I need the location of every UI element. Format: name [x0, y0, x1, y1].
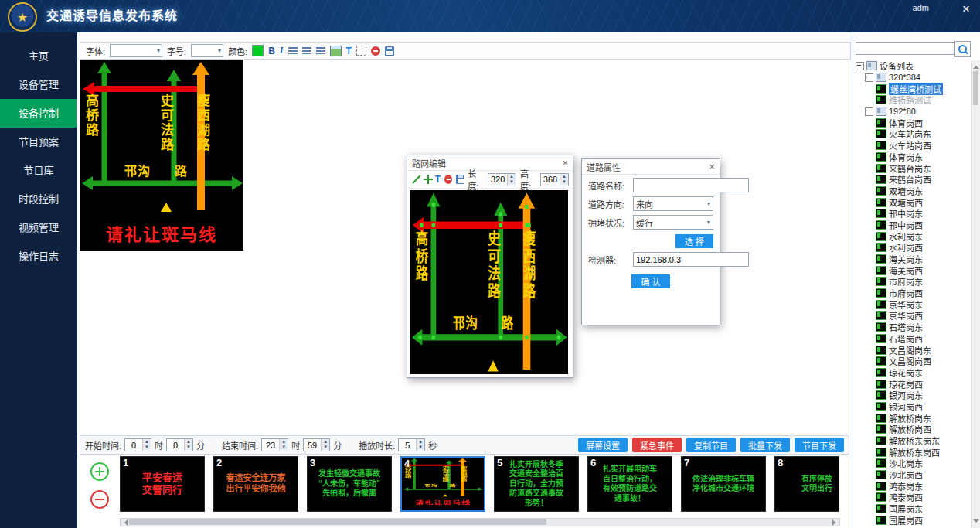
- scroll-up-icon[interactable]: [973, 63, 979, 69]
- end-min-input[interactable]: [304, 439, 321, 451]
- spin-down-icon[interactable]: ▼: [417, 445, 424, 450]
- horizontal-scrollbar[interactable]: [120, 518, 840, 526]
- duration-stepper[interactable]: ▲▼: [398, 438, 425, 451]
- tree-item[interactable]: 双塘岗西: [854, 196, 971, 208]
- program-thumbnail[interactable]: 8 有序停放 文明出行 高桥路 史可法路 瘦西湖路 邗沟 路 请礼让斑马线: [774, 456, 839, 512]
- align-right-icon[interactable]: [316, 47, 325, 54]
- tree-item[interactable]: 螺丝湾桥测试: [854, 83, 971, 94]
- sidebar-item[interactable]: 主页: [0, 42, 77, 70]
- dialog-titlebar[interactable]: 道路属性 ×: [582, 159, 720, 175]
- tree-item[interactable]: 水利岗东: [854, 230, 971, 242]
- length-stepper[interactable]: ▲▼: [488, 173, 516, 186]
- tree-item[interactable]: 来鹤台岗西: [854, 174, 971, 186]
- expander-icon[interactable]: [865, 73, 873, 82]
- duration-input[interactable]: [399, 439, 416, 451]
- tree-item[interactable]: 设备列表: [854, 60, 971, 72]
- delete-item-icon[interactable]: [444, 175, 452, 184]
- marquee-select-icon[interactable]: [356, 46, 366, 56]
- tree-item[interactable]: 国展岗东: [854, 503, 971, 515]
- tree-item[interactable]: 鸿泰岗东: [854, 480, 971, 492]
- spin-down-icon[interactable]: ▼: [185, 445, 192, 450]
- program-thumbnail[interactable]: 3 发生轻微交通事故 “人未伤，车能动” 先拍照，后撤离 高桥路 史可法路 瘦西…: [307, 456, 392, 512]
- start-hour-input[interactable]: [125, 439, 142, 451]
- program-thumbnail[interactable]: 2 春运安全连万家 出行平安你我他 高桥路 史可法路 瘦西湖路 邗沟 路 请礼让…: [213, 456, 298, 512]
- sidebar-item[interactable]: 设备控制: [0, 99, 77, 128]
- spin-down-icon[interactable]: ▼: [322, 445, 329, 450]
- expander-icon[interactable]: [865, 107, 873, 116]
- length-input[interactable]: [488, 174, 507, 186]
- tree-item[interactable]: 京华岗西: [854, 310, 971, 322]
- scroll-left-icon[interactable]: [121, 519, 128, 526]
- tree-item[interactable]: 沙北岗西: [854, 469, 971, 481]
- bold-button[interactable]: B: [268, 46, 275, 56]
- scroll-right-icon[interactable]: [832, 519, 839, 526]
- align-center-icon[interactable]: [302, 47, 311, 54]
- align-left-icon[interactable]: [288, 47, 298, 54]
- dialog-titlebar[interactable]: 路网编辑 ×: [407, 155, 573, 171]
- tree-item[interactable]: 文昌阁岗东: [854, 344, 971, 356]
- schedule-action-button[interactable]: 屏幕设置: [578, 438, 628, 452]
- insert-image-icon[interactable]: [330, 46, 342, 56]
- sidebar-item[interactable]: 操作日志: [0, 242, 77, 271]
- italic-button[interactable]: I: [280, 45, 284, 56]
- program-thumbnail[interactable]: 5 扎实开展秋冬季 交通安全整治百 日行动，全力预 防道路交通事故 形势！ 高桥…: [494, 456, 579, 512]
- tree-item[interactable]: 来鹤台岗东: [854, 162, 971, 174]
- close-icon[interactable]: ×: [562, 157, 568, 169]
- spin-up-icon[interactable]: ▲: [280, 439, 288, 445]
- tree-item[interactable]: 双塘岗东: [854, 186, 971, 197]
- tree-item[interactable]: 京华岗东: [854, 298, 971, 310]
- road-editor-canvas[interactable]: 高桥路 史可法路 瘦西湖路 邗沟 路 请礼让斑马线: [410, 190, 568, 374]
- tree-item[interactable]: 石塔岗西: [854, 333, 971, 345]
- tree-item[interactable]: 水利岗西: [854, 242, 971, 254]
- start-min-stepper[interactable]: ▲▼: [166, 438, 193, 451]
- scrollbar-thumb[interactable]: [129, 519, 546, 525]
- font-select[interactable]: ▾: [110, 44, 162, 57]
- spin-down-icon[interactable]: ▼: [280, 445, 288, 450]
- select-button[interactable]: 选 择: [675, 234, 713, 248]
- tree-item[interactable]: 320*384: [854, 72, 971, 83]
- program-thumbnail[interactable]: 1 平安春运 交警同行 高桥路 史可法路 瘦西湖路 邗沟 路 请礼让斑马线: [120, 456, 205, 512]
- scrollbar-thumb[interactable]: [973, 71, 978, 105]
- tree-item[interactable]: 国展岗西: [854, 515, 971, 526]
- spin-up-icon[interactable]: ▲: [417, 439, 424, 445]
- expander-icon[interactable]: [856, 62, 864, 70]
- road-name-input[interactable]: [633, 178, 749, 192]
- tree-item[interactable]: 银河岗东: [854, 390, 971, 401]
- tree-item[interactable]: 海关岗西: [854, 264, 971, 276]
- spin-down-icon[interactable]: ▼: [560, 179, 568, 185]
- sidebar-item[interactable]: 设备管理: [0, 70, 77, 99]
- led-preview[interactable]: 高桥路 史可法路 瘦西湖路 邗沟 路 请礼让斑马线: [80, 60, 243, 251]
- save-icon[interactable]: [385, 46, 394, 56]
- spin-up-icon[interactable]: ▲: [143, 439, 151, 445]
- spin-down-icon[interactable]: ▼: [508, 179, 516, 185]
- tree-item[interactable]: 解放桥岗西: [854, 424, 971, 435]
- draw-line-icon[interactable]: [411, 175, 420, 184]
- height-input[interactable]: [541, 174, 560, 186]
- tree-item[interactable]: 市府岗西: [854, 288, 971, 299]
- spin-up-icon[interactable]: ▲: [322, 439, 329, 445]
- tree-item[interactable]: 琼花岗东: [854, 367, 971, 379]
- window-close-icon[interactable]: ×: [958, 2, 974, 17]
- confirm-button[interactable]: 确 认: [631, 274, 669, 288]
- spin-up-icon[interactable]: ▲: [185, 439, 192, 445]
- program-thumbnail[interactable]: 4 高桥路 史可法路 瘦西湖路 邗沟 路 请礼让斑马线: [400, 456, 485, 512]
- add-program-button[interactable]: [90, 462, 109, 481]
- draw-cross-icon[interactable]: [424, 175, 431, 184]
- close-icon[interactable]: ×: [709, 161, 715, 172]
- end-min-stepper[interactable]: ▲▼: [303, 438, 330, 451]
- remove-program-button[interactable]: [90, 490, 109, 509]
- spin-down-icon[interactable]: ▼: [143, 445, 151, 450]
- sidebar-item[interactable]: 时段控制: [0, 185, 77, 213]
- tree-item[interactable]: 海关岗东: [854, 254, 971, 265]
- start-hour-stepper[interactable]: ▲▼: [124, 438, 151, 451]
- tree-item[interactable]: 银河岗西: [854, 401, 971, 413]
- program-thumbnail[interactable]: 7 依法治理非标车辆 净化城市交通环境 高桥路 史可法路 瘦西湖路 邗沟 路 请…: [681, 456, 766, 512]
- tree-item[interactable]: 解放桥东岗东: [854, 435, 971, 447]
- tree-item[interactable]: 192*80: [854, 106, 971, 118]
- tree-item[interactable]: 琼花岗西: [854, 378, 971, 390]
- detector-input[interactable]: [633, 252, 749, 267]
- tree-item[interactable]: 鸿泰岗西: [854, 492, 971, 503]
- sidebar-item[interactable]: 视频管理: [0, 213, 77, 242]
- tree-item[interactable]: 火车站岗东: [854, 128, 971, 140]
- schedule-action-button[interactable]: 紧急事件: [632, 438, 682, 452]
